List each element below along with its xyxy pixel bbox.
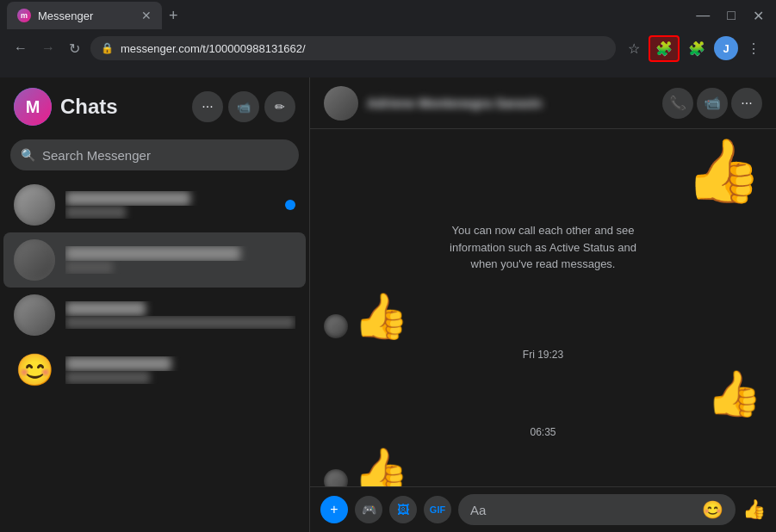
sender-avatar [324, 314, 348, 338]
message-row: 👍 [324, 294, 762, 338]
compose-icon: ✏ [275, 100, 285, 114]
address-actions: ☆ 🧩 🧩 J ⋮ [623, 35, 766, 62]
new-tab-button[interactable]: + [162, 3, 185, 28]
chat-item[interactable]: Adriene Montenegra Sarasin Hey · 11s [3, 232, 306, 288]
messages-area[interactable]: 👍 You can now call each other and see in… [310, 129, 776, 486]
dots-icon: ··· [202, 99, 213, 114]
chat-item[interactable]: Jan Michael Adriene Gusto · 4 · s [3, 177, 306, 232]
bookmark-button[interactable]: ☆ [623, 37, 645, 60]
video-icon: 📹 [704, 95, 721, 111]
call-button[interactable]: 📞 [662, 88, 693, 119]
sticker-button[interactable]: 🎮 [355, 496, 382, 523]
chat-info: Jan Michael Adriene Gusto · 4 · s [65, 191, 275, 219]
message-row: 👍 [324, 139, 762, 201]
chat-name: Jan Michael Adriene [65, 191, 275, 206]
phone-icon: 📞 [669, 95, 686, 111]
chat-partner-name: Adriene Montenegra Sarasin [367, 96, 654, 110]
plus-icon: + [330, 502, 338, 517]
message-input[interactable] [470, 503, 702, 517]
chat-info: Taya Ogomis You can now call each other … [65, 301, 295, 329]
video-icon: 📹 [237, 101, 251, 114]
thumb-up-emoji: 👍 [685, 139, 762, 201]
header-info: Adriene Montenegra Sarasin [367, 96, 654, 110]
chat-more-button[interactable]: ··· [731, 88, 762, 119]
message-row: 👍 [324, 448, 762, 487]
header-actions: 📞 📹 ··· [662, 88, 762, 119]
window-controls: — □ ✕ [691, 6, 769, 26]
extension-button[interactable]: 🧩 [649, 35, 680, 62]
search-bar[interactable]: 🔍 [10, 139, 299, 170]
user-avatar[interactable]: M [14, 88, 52, 126]
chat-name: Taya Ogomis [65, 301, 295, 316]
chat-item[interactable]: 😊 Thurlan Sandpan Alright payo · 1 a [3, 343, 306, 398]
tab-close-btn[interactable]: ✕ [141, 9, 152, 22]
like-button[interactable]: 👍 [742, 498, 766, 521]
new-message-button[interactable]: ✏ [264, 91, 295, 122]
sidebar-header: M Chats ··· 📹 ✏ [0, 77, 309, 136]
search-input[interactable] [42, 148, 289, 163]
sidebar-actions: ··· 📹 ✏ [192, 91, 295, 122]
chat-name: Adriene Montenegra Sarasin [65, 246, 295, 261]
url-text: messenger.com/t/100000988131662/ [121, 42, 605, 55]
refresh-button[interactable]: ↻ [65, 37, 84, 60]
video-call-button[interactable]: 📹 [697, 88, 728, 119]
url-bar[interactable]: 🔒 messenger.com/t/100000988131662/ [90, 36, 616, 60]
chat-preview: Hey · 11s [65, 261, 295, 274]
avatar [14, 294, 55, 336]
browser-menu-button[interactable]: ⋮ [742, 37, 766, 60]
chat-preview: Gusto · 4 · s [65, 206, 275, 219]
gif-icon: GIF [430, 504, 445, 515]
sidebar: M Chats ··· 📹 ✏ 🔍 [0, 77, 310, 532]
forward-button[interactable]: → [38, 37, 59, 59]
message-row: 👍 [324, 371, 762, 416]
account-button[interactable]: J [714, 36, 738, 60]
main-chat: Adriene Montenegra Sarasin 📞 📹 ··· 👍 [310, 77, 776, 532]
close-btn[interactable]: ✕ [748, 6, 769, 26]
info-banner: You can now call each other and see info… [406, 215, 681, 280]
minimize-btn[interactable]: — [691, 6, 715, 25]
chat-name: Thurlan Sandpan [65, 356, 295, 371]
avatar-emoji: 😊 [16, 350, 54, 391]
thumb-up-emoji: 👍 [353, 294, 409, 338]
chat-info: Thurlan Sandpan Alright payo · 1 a [65, 356, 295, 384]
gif-button[interactable]: GIF [424, 496, 451, 523]
thumb-up-emoji: 👍 [353, 448, 409, 487]
new-video-button[interactable]: 📹 [228, 91, 259, 122]
chat-meta [285, 200, 295, 210]
avatar [14, 239, 55, 281]
avatar [14, 184, 55, 226]
photo-icon: 🖼 [397, 503, 409, 517]
message-input-box[interactable]: 😊 [458, 494, 736, 525]
active-tab[interactable]: m Messenger ✕ [7, 2, 162, 29]
tab-favicon: m [17, 9, 31, 22]
more-icon: ··· [741, 96, 752, 111]
chat-list: Jan Michael Adriene Gusto · 4 · s [0, 177, 309, 532]
chat-header: Adriene Montenegra Sarasin 📞 📹 ··· [310, 77, 776, 129]
timestamp: 06:35 [324, 423, 762, 442]
emoji-button[interactable]: 😊 [702, 499, 723, 520]
address-bar: ← → ↻ 🔒 messenger.com/t/100000988131662/… [0, 31, 776, 65]
avatar: 😊 [14, 350, 55, 391]
chat-info: Adriene Montenegra Sarasin Hey · 11s [65, 246, 295, 274]
more-options-button[interactable]: ··· [192, 91, 223, 122]
chat-item[interactable]: Taya Ogomis You can now call each other … [3, 288, 306, 343]
unread-indicator [285, 200, 295, 210]
chat-preview: You can now call each other and see othe… [65, 316, 295, 329]
chat-preview: Alright payo · 1 a [65, 371, 295, 384]
chat-partner-avatar [324, 86, 358, 121]
timestamp: Fri 19:23 [324, 345, 762, 364]
browser-chrome: m Messenger ✕ + — □ ✕ ← → ↻ 🔒 messenger.… [0, 0, 776, 77]
sidebar-title: Chats [60, 95, 183, 119]
input-area: + 🎮 🖼 GIF 😊 👍 [310, 486, 776, 532]
back-button[interactable]: ← [10, 37, 31, 59]
lock-icon: 🔒 [101, 42, 114, 54]
thumb-up-emoji: 👍 [706, 371, 762, 416]
add-button[interactable]: + [320, 496, 348, 523]
sender-avatar [324, 469, 348, 487]
sticker-icon: 🎮 [362, 503, 376, 517]
media-button[interactable]: 🖼 [389, 496, 417, 523]
tab-title: Messenger [38, 9, 93, 22]
messenger-app: M Chats ··· 📹 ✏ 🔍 [0, 77, 776, 532]
puzzle-icon[interactable]: 🧩 [683, 37, 711, 60]
maximize-btn[interactable]: □ [722, 6, 741, 25]
